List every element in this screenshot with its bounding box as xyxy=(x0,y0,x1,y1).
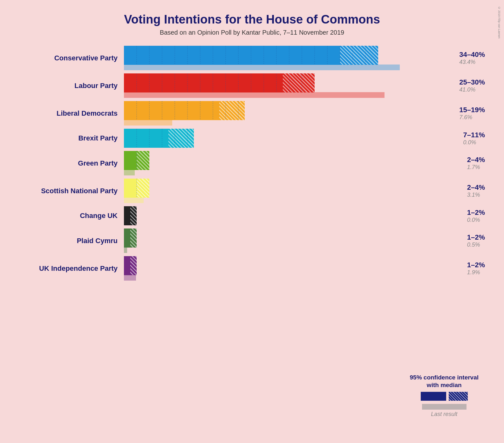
pct-label-2: 7.6% xyxy=(459,114,485,121)
last-result-bar-5 xyxy=(124,197,144,203)
bar-labels-5: 2–4%3.1% xyxy=(467,183,485,198)
bar-labels-2: 15–19%7.6% xyxy=(459,106,485,121)
party-label-4: Green Party xyxy=(25,159,124,167)
solid-bar-5 xyxy=(124,179,137,198)
solid-bar-8 xyxy=(124,256,130,275)
bar-section-8 xyxy=(124,256,463,281)
bar-labels-0: 34–40%43.4% xyxy=(459,51,485,65)
bar-row: Scottish National Party2–4%3.1% xyxy=(25,179,485,203)
pct-label-4: 1.7% xyxy=(467,164,485,171)
chart-subtitle: Based on an Opinion Poll by Kantar Publi… xyxy=(19,29,485,36)
solid-bar-1 xyxy=(124,73,283,92)
range-label-3: 7–11% xyxy=(463,131,485,139)
bar-labels-8: 1–2%1.9% xyxy=(467,261,485,276)
bar-row: UK Independence Party1–2%1.9% xyxy=(25,256,485,281)
range-label-1: 25–30% xyxy=(459,78,485,86)
last-result-bar-8 xyxy=(124,275,136,281)
hatched-bar-8 xyxy=(130,256,137,275)
range-label-7: 1–2% xyxy=(467,233,485,242)
copyright-text: © 2019 Filip van Laenen xyxy=(498,6,501,38)
bar-labels-1: 25–30%41.0% xyxy=(459,78,485,93)
party-label-6: Change UK xyxy=(25,212,124,220)
bar-row: Green Party2–4%1.7% xyxy=(25,151,485,175)
bar-row: Change UK1–2%0.0% xyxy=(25,206,485,225)
bar-row: Conservative Party34–40%43.4% xyxy=(25,46,485,70)
hatched-bar-4 xyxy=(137,151,149,170)
chart-title: Voting Intentions for the House of Commo… xyxy=(19,13,485,26)
bar-row: Brexit Party7–11%0.0% xyxy=(25,129,485,148)
range-label-8: 1–2% xyxy=(467,261,485,269)
last-result-bar-2 xyxy=(124,120,172,126)
bars-area: Conservative Party34–40%43.4%Labour Part… xyxy=(25,46,485,284)
legend-last-label: Last result xyxy=(410,411,479,418)
range-label-2: 15–19% xyxy=(459,106,485,114)
bar-section-2 xyxy=(124,101,455,126)
hatched-bar-6 xyxy=(130,206,137,225)
hatched-bar-5 xyxy=(137,179,149,198)
solid-bar-3 xyxy=(124,129,168,148)
solid-bar-4 xyxy=(124,151,137,170)
hatched-bar-2 xyxy=(219,101,245,120)
hatched-bar-7 xyxy=(130,228,137,248)
bar-labels-3: 7–11%0.0% xyxy=(463,131,485,146)
range-label-5: 2–4% xyxy=(467,183,485,192)
bar-section-7 xyxy=(124,228,463,253)
bar-row: Labour Party25–30%41.0% xyxy=(25,73,485,98)
legend-hatched-bar xyxy=(449,392,468,401)
bar-section-6 xyxy=(124,206,463,225)
chart-container: © 2019 Filip van Laenen Voting Intention… xyxy=(0,0,504,443)
chart-legend: 95% confidence intervalwith median Last … xyxy=(410,374,479,418)
party-label-7: Plaid Cymru xyxy=(25,237,124,245)
bar-section-1 xyxy=(124,73,455,98)
solid-bar-7 xyxy=(124,228,130,248)
bar-row: Liberal Democrats15–19%7.6% xyxy=(25,101,485,126)
pct-label-0: 43.4% xyxy=(459,59,485,65)
legend-last-bar xyxy=(422,404,467,410)
last-result-bar-7 xyxy=(124,247,127,253)
solid-bar-6 xyxy=(124,206,130,225)
hatched-bar-3 xyxy=(168,129,194,148)
bar-labels-4: 2–4%1.7% xyxy=(467,156,485,171)
legend-solid-bar xyxy=(421,392,446,401)
pct-label-8: 1.9% xyxy=(467,269,485,276)
bar-labels-7: 1–2%0.5% xyxy=(467,233,485,248)
pct-label-6: 0.0% xyxy=(467,217,485,223)
bar-row: Plaid Cymru1–2%0.5% xyxy=(25,228,485,253)
pct-label-7: 0.5% xyxy=(467,242,485,248)
bar-section-5 xyxy=(124,179,463,203)
pct-label-3: 0.0% xyxy=(463,139,485,146)
bar-section-3 xyxy=(124,129,459,148)
hatched-bar-0 xyxy=(340,46,378,65)
bar-section-4 xyxy=(124,151,463,175)
hatched-bar-1 xyxy=(283,73,315,92)
range-label-6: 1–2% xyxy=(467,208,485,217)
range-label-0: 34–40% xyxy=(459,51,485,59)
party-label-8: UK Independence Party xyxy=(25,264,124,273)
pct-label-1: 41.0% xyxy=(459,86,485,93)
party-label-0: Conservative Party xyxy=(25,54,124,62)
solid-bar-0 xyxy=(124,46,340,65)
legend-items xyxy=(410,392,479,401)
range-label-4: 2–4% xyxy=(467,156,485,164)
party-label-5: Scottish National Party xyxy=(25,187,124,195)
party-label-1: Labour Party xyxy=(25,82,124,90)
party-label-2: Liberal Democrats xyxy=(25,109,124,118)
party-label-3: Brexit Party xyxy=(25,134,124,142)
bar-labels-6: 1–2%0.0% xyxy=(467,208,485,223)
legend-title: 95% confidence intervalwith median xyxy=(410,374,479,389)
last-result-bar-4 xyxy=(124,170,135,175)
bar-section-0 xyxy=(124,46,455,70)
last-result-bar-1 xyxy=(124,92,385,98)
last-result-bar-0 xyxy=(124,65,400,70)
solid-bar-2 xyxy=(124,101,219,120)
pct-label-5: 3.1% xyxy=(467,192,485,198)
